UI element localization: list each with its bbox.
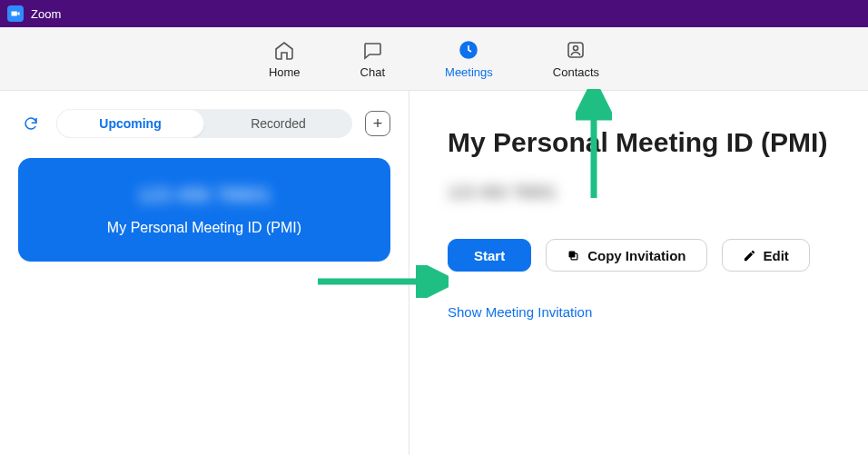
nav-home[interactable]: Home <box>261 35 308 83</box>
refresh-button[interactable] <box>18 111 44 136</box>
contacts-icon <box>564 38 587 62</box>
action-buttons: Start Copy Invitation Edit <box>448 239 841 272</box>
window-titlebar: Zoom <box>0 0 868 27</box>
pmi-card[interactable]: 123 456 78901 My Personal Meeting ID (PM… <box>18 158 390 262</box>
edit-button[interactable]: Edit <box>722 239 810 272</box>
add-meeting-button[interactable]: + <box>365 111 390 136</box>
nav-chat-label: Chat <box>360 65 385 79</box>
chat-icon <box>360 38 384 62</box>
refresh-icon <box>23 115 39 132</box>
meetings-sidebar: Upcoming Recorded + 123 456 78901 My Per… <box>0 91 409 455</box>
tab-recorded[interactable]: Recorded <box>204 109 352 138</box>
nav-contacts[interactable]: Contacts <box>546 35 607 83</box>
top-navbar: Home Chat Meetings Contacts <box>0 27 868 91</box>
pencil-icon <box>743 249 756 262</box>
svg-rect-4 <box>569 251 576 257</box>
zoom-app-icon <box>7 5 24 22</box>
meeting-detail: My Personal Meeting ID (PMI) 123 456 789… <box>409 91 868 455</box>
home-icon <box>272 38 296 62</box>
pmi-card-id: 123 456 78901 <box>40 183 369 207</box>
copy-invitation-button[interactable]: Copy Invitation <box>546 239 706 272</box>
copy-invitation-label: Copy Invitation <box>587 248 686 263</box>
nav-chat[interactable]: Chat <box>353 35 392 83</box>
meeting-title: My Personal Meeting ID (PMI) <box>448 127 841 158</box>
plus-icon: + <box>373 114 383 134</box>
tab-upcoming[interactable]: Upcoming <box>56 109 204 138</box>
pmi-card-label: My Personal Meeting ID (PMI) <box>40 220 369 236</box>
svg-point-2 <box>574 46 578 51</box>
nav-meetings[interactable]: Meetings <box>438 35 500 83</box>
clock-icon <box>457 38 480 62</box>
nav-contacts-label: Contacts <box>553 65 599 79</box>
copy-icon <box>567 249 580 262</box>
app-title: Zoom <box>31 7 61 21</box>
edit-label: Edit <box>764 248 789 263</box>
nav-meetings-label: Meetings <box>445 65 493 79</box>
sidebar-tabs: Upcoming Recorded <box>56 109 352 138</box>
nav-home-label: Home <box>269 65 301 79</box>
start-button[interactable]: Start <box>448 239 531 272</box>
show-invitation-link[interactable]: Show Meeting Invitation <box>448 304 841 320</box>
meeting-id-value: 123 456 78901 <box>448 183 557 203</box>
